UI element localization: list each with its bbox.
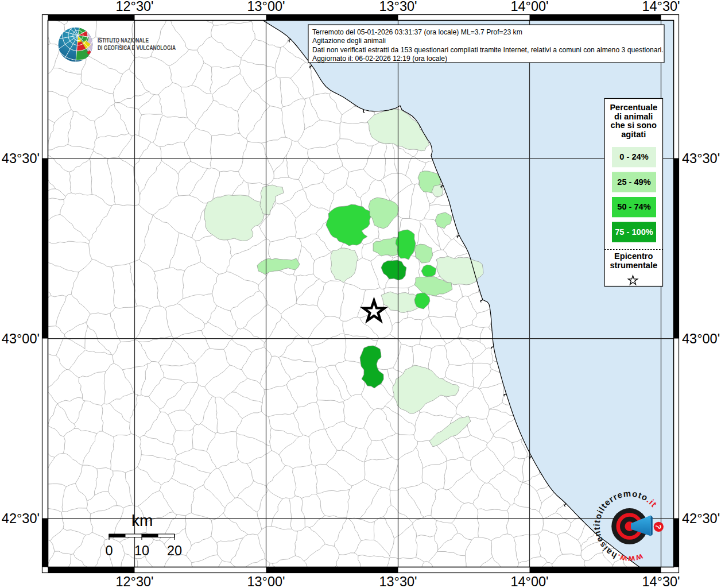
svg-text:Dati non verificati estratti d: Dati non verificati estratti da 153 ques… <box>312 46 664 54</box>
svg-text:43°30': 43°30' <box>682 151 720 166</box>
svg-text:25 - 49%: 25 - 49% <box>617 177 650 187</box>
svg-text:Agitazione degli animali: Agitazione degli animali <box>312 37 386 45</box>
svg-text:che si sono: che si sono <box>611 121 657 130</box>
svg-text:10: 10 <box>134 543 149 558</box>
svg-text:strumentale: strumentale <box>610 261 657 270</box>
svg-text:13°30': 13°30' <box>379 0 417 14</box>
svg-text:43°00': 43°00' <box>2 331 40 346</box>
svg-text:20: 20 <box>167 543 182 558</box>
svg-text:13°00': 13°00' <box>247 574 285 588</box>
svg-text:Terremoto del 05-01-2026 03:31: Terremoto del 05-01-2026 03:31:37 (ora l… <box>312 28 522 36</box>
svg-text:75 - 100%: 75 - 100% <box>615 227 653 237</box>
svg-text:Percentuale: Percentuale <box>610 103 657 112</box>
svg-text:13°30': 13°30' <box>379 574 417 588</box>
svg-text:43°00': 43°00' <box>682 331 720 346</box>
svg-text:14°30': 14°30' <box>642 0 680 14</box>
svg-text:14°00': 14°00' <box>510 0 548 14</box>
svg-text:km: km <box>131 512 153 529</box>
svg-text:0 - 24%: 0 - 24% <box>619 152 648 161</box>
svg-text:di animali: di animali <box>614 112 653 121</box>
svg-text:43°30': 43°30' <box>2 151 40 166</box>
svg-text:42°30': 42°30' <box>682 511 720 526</box>
svg-text:Aggiornato il: 06-02-2026 12:1: Aggiornato il: 06-02-2026 12:19 (ora loc… <box>312 55 447 63</box>
svg-text:12°30': 12°30' <box>115 574 153 588</box>
svg-text:12°30': 12°30' <box>115 0 153 14</box>
svg-text:Epicentro: Epicentro <box>614 252 653 261</box>
svg-text:14°00': 14°00' <box>510 574 548 588</box>
svg-text:DI GEOFISICA E VULCANOLOGIA: DI GEOFISICA E VULCANOLOGIA <box>98 44 176 51</box>
svg-text:42°30': 42°30' <box>2 511 40 526</box>
svg-text:50 - 74%: 50 - 74% <box>617 202 650 211</box>
svg-text:0: 0 <box>105 543 113 558</box>
svg-text:ISTITUTO NAZIONALE: ISTITUTO NAZIONALE <box>98 37 149 44</box>
svg-text:14°30': 14°30' <box>642 574 680 588</box>
svg-text:agitati: agitati <box>621 130 646 139</box>
svg-text:13°00': 13°00' <box>247 0 285 14</box>
